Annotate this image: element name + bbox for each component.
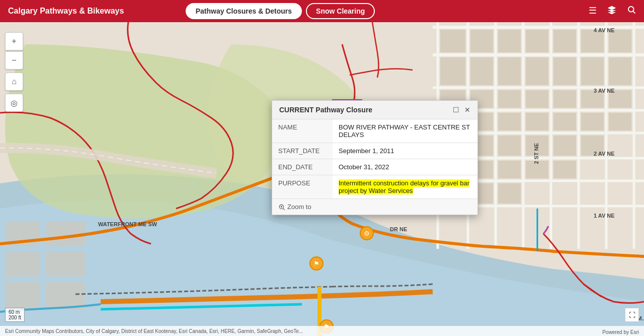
zoom-in-button[interactable]: + bbox=[5, 32, 23, 50]
svg-rect-28 bbox=[498, 57, 521, 85]
marker-2[interactable]: ⚑ bbox=[309, 256, 324, 271]
popup: CURRENT Pathway Closure ☐ ✕ NAME BOW RIV… bbox=[272, 100, 478, 215]
layers-icon[interactable] bbox=[607, 5, 617, 18]
purpose-highlight: Intermittent construction delays for gra… bbox=[339, 179, 469, 194]
field-value-enddate: October 31, 2022 bbox=[333, 159, 477, 175]
svg-rect-29 bbox=[526, 57, 548, 85]
svg-rect-32 bbox=[609, 57, 631, 85]
svg-line-1 bbox=[633, 11, 635, 13]
field-value-startdate: September 1, 2011 bbox=[333, 143, 477, 159]
svg-rect-25 bbox=[609, 30, 631, 52]
svg-rect-62 bbox=[45, 221, 86, 246]
svg-rect-37 bbox=[553, 90, 576, 108]
field-value-purpose: Intermittent construction delays for gra… bbox=[333, 175, 477, 199]
svg-rect-61 bbox=[5, 221, 40, 246]
svg-rect-66 bbox=[45, 282, 86, 309]
header-icons: ☰ bbox=[589, 5, 636, 18]
label-3avne: 3 AV NE bbox=[594, 88, 615, 94]
locate-button[interactable]: ◎ bbox=[5, 94, 23, 112]
svg-rect-55 bbox=[498, 161, 521, 178]
zoom-out-button[interactable]: − bbox=[5, 51, 23, 70]
svg-rect-31 bbox=[581, 57, 604, 85]
field-key-purpose: PURPOSE bbox=[272, 175, 333, 199]
app-title: Calgary Pathways & Bikeways bbox=[8, 7, 124, 16]
home-button[interactable]: ⌂ bbox=[5, 73, 23, 91]
label-2stne: 2 ST NE bbox=[533, 143, 539, 164]
scale-bar: 60 m 200 ft bbox=[5, 308, 25, 322]
zoom-to-icon bbox=[278, 204, 285, 211]
svg-rect-43 bbox=[526, 113, 548, 130]
svg-rect-65 bbox=[5, 282, 40, 309]
table-row-startdate: START_DATE September 1, 2011 bbox=[272, 143, 477, 159]
label-2avne: 2 AV NE bbox=[594, 151, 615, 157]
popup-maximize-button[interactable]: ☐ bbox=[453, 106, 459, 114]
svg-rect-44 bbox=[553, 113, 576, 130]
svg-rect-19 bbox=[440, 30, 465, 52]
label-4avne: 4 AV NE bbox=[594, 27, 615, 33]
svg-point-0 bbox=[628, 7, 634, 12]
marker-1[interactable]: ⚙ bbox=[360, 226, 374, 240]
svg-rect-51 bbox=[553, 136, 576, 156]
powered-by: Powered by Esri bbox=[602, 329, 639, 335]
svg-rect-46 bbox=[609, 113, 631, 130]
svg-rect-52 bbox=[581, 136, 604, 156]
zoom-to-link[interactable]: Zoom to bbox=[278, 203, 471, 211]
label-drne: DR NE bbox=[390, 226, 407, 232]
field-key-name: NAME bbox=[272, 119, 333, 143]
svg-rect-27 bbox=[470, 57, 493, 85]
scale-line1: 60 m bbox=[9, 309, 21, 315]
attribution: Esri Community Maps Contributors, City o… bbox=[0, 326, 644, 336]
label-waterfront: WATERFRONT ME SW bbox=[98, 221, 157, 227]
svg-rect-63 bbox=[5, 251, 40, 277]
svg-rect-38 bbox=[581, 90, 604, 108]
svg-rect-49 bbox=[498, 136, 521, 156]
svg-rect-30 bbox=[553, 57, 576, 85]
field-value-name: BOW RIVER PATHWAY - EAST CENTRE ST DELAY… bbox=[333, 119, 477, 143]
svg-line-70 bbox=[283, 208, 285, 210]
map-toolbar: + − ⌂ ◎ bbox=[5, 32, 23, 114]
zoom-to-label: Zoom to bbox=[287, 203, 311, 211]
field-key-startdate: START_DATE bbox=[272, 143, 333, 159]
svg-rect-24 bbox=[581, 30, 604, 52]
header: Calgary Pathways & Bikeways Pathway Clos… bbox=[0, 0, 644, 22]
svg-rect-39 bbox=[609, 90, 631, 108]
popup-close-button[interactable]: ✕ bbox=[464, 106, 470, 114]
search-icon[interactable] bbox=[627, 5, 636, 18]
svg-rect-56 bbox=[526, 161, 548, 178]
svg-rect-22 bbox=[526, 30, 548, 52]
svg-rect-20 bbox=[470, 30, 493, 52]
svg-rect-45 bbox=[581, 113, 604, 130]
popup-footer: Zoom to bbox=[272, 198, 477, 215]
svg-rect-57 bbox=[553, 161, 576, 178]
tab-snow-clearing[interactable]: Snow Clearing bbox=[306, 3, 375, 19]
popup-controls: ☐ ✕ bbox=[453, 106, 470, 114]
popup-table: NAME BOW RIVER PATHWAY - EAST CENTRE ST … bbox=[272, 119, 477, 198]
svg-rect-60 bbox=[498, 183, 521, 204]
field-key-enddate: END_DATE bbox=[272, 159, 333, 175]
svg-rect-21 bbox=[498, 30, 521, 52]
table-row-name: NAME BOW RIVER PATHWAY - EAST CENTRE ST … bbox=[272, 119, 477, 143]
svg-rect-23 bbox=[553, 30, 576, 52]
table-row-purpose: PURPOSE Intermittent construction delays… bbox=[272, 175, 477, 199]
label-1avne: 1 AV NE bbox=[594, 213, 615, 219]
table-row-enddate: END_DATE October 31, 2022 bbox=[272, 159, 477, 175]
attribution-text: Esri Community Maps Contributors, City o… bbox=[5, 328, 303, 334]
map-container[interactable]: 4 AV NE 3 AV NE 2 AV NE 1 AV NE 2 ST NE … bbox=[0, 22, 644, 336]
nav-tabs: Pathway Closures & Detours Snow Clearing bbox=[186, 3, 375, 19]
svg-rect-35 bbox=[498, 90, 521, 108]
svg-rect-26 bbox=[440, 57, 465, 85]
svg-rect-36 bbox=[526, 90, 548, 108]
popup-title: CURRENT Pathway Closure bbox=[279, 106, 372, 114]
popup-header: CURRENT Pathway Closure ☐ ✕ bbox=[272, 101, 477, 119]
list-icon[interactable]: ☰ bbox=[589, 5, 597, 18]
svg-rect-64 bbox=[45, 251, 86, 277]
tab-pathway-closures[interactable]: Pathway Closures & Detours bbox=[186, 3, 302, 19]
svg-rect-50 bbox=[526, 136, 548, 156]
svg-rect-42 bbox=[498, 113, 521, 130]
scale-line2: 200 ft bbox=[9, 315, 21, 320]
fullscreen-button[interactable]: ⛶ bbox=[625, 308, 639, 322]
